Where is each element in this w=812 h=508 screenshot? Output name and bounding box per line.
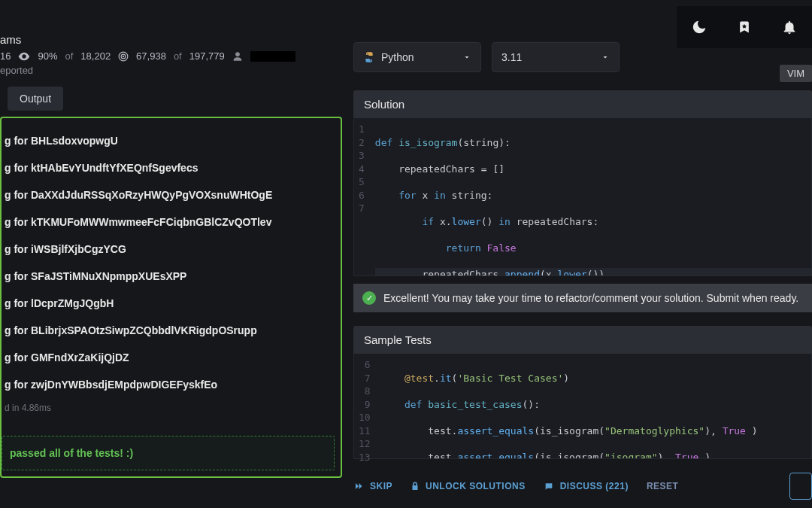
vim-badge[interactable]: VIM <box>780 65 812 82</box>
lock-icon <box>411 481 420 491</box>
star-count: 16 <box>0 50 11 62</box>
fast-forward-icon <box>353 482 364 491</box>
output-panel: g for BHLsdoxvopwgU g for ktHAbEvYUndftY… <box>0 117 342 478</box>
reported-label: eported <box>0 65 342 76</box>
python-icon <box>363 51 375 63</box>
chat-icon <box>544 482 554 491</box>
chevron-down-icon <box>462 53 471 62</box>
test-line: g for BHLsdoxvopwgU <box>2 127 335 154</box>
svg-point-2 <box>123 56 124 56</box>
solution-editor[interactable]: 1 2 3 4 5 6 7 def is_isogram(string): re… <box>353 118 812 276</box>
check-icon: ✓ <box>362 291 376 305</box>
status-banner: ✓ Excellent! You may take your time to r… <box>353 284 812 312</box>
target-icon <box>118 51 129 62</box>
tab-output[interactable]: Output <box>8 87 63 111</box>
panel-title-solution: Solution <box>353 90 812 118</box>
discuss-button[interactable]: DISCUSS (221) <box>544 481 629 491</box>
chevron-down-icon <box>601 53 610 62</box>
test-line: g for zwjDnYWBbsdjEMpdpwDIGEFyskfEo <box>2 371 335 398</box>
test-line: g for GMFndXrZaKijQjDZ <box>2 344 335 371</box>
kata-stats: 16 90% of 18,202 67,938 of 197,779 <box>0 50 342 62</box>
pass-message: passed all of the tests! :) <box>2 436 335 470</box>
test-line: g for kTKMUFoMWWmwmeeFcFCiqbnGBlCZvQOTle… <box>2 208 335 236</box>
test-line: g for SFaJSTiMNuXNpmppXUEsXPP <box>2 263 335 290</box>
test-line: g for DaXXdJduRSSqXoRzyHWQyPgVOXsnuWHtOg… <box>2 181 335 208</box>
kata-title: ams <box>0 33 342 46</box>
reset-button[interactable]: RESET <box>647 481 679 491</box>
test-line: g for iWSBjlfXjbCgzYCG <box>2 236 335 263</box>
sample-tests-code[interactable]: @test.it('Basic Test Cases') def basic_t… <box>377 354 811 458</box>
skip-button[interactable]: SKIP <box>353 481 392 491</box>
test-button[interactable] <box>789 473 812 500</box>
language-select[interactable]: Python <box>353 42 481 72</box>
sample-tests-editor[interactable]: 6 7 8 9 10 11 12 13 @test.it('Basic Test… <box>353 354 812 459</box>
eye-icon <box>18 52 30 61</box>
action-bar: SKIP UNLOCK SOLUTIONS DISCUSS (221) RESE… <box>353 470 812 503</box>
unlock-button[interactable]: UNLOCK SOLUTIONS <box>411 481 526 491</box>
username-redacted <box>250 51 295 62</box>
user-icon <box>232 51 243 62</box>
solution-code[interactable]: def is_isogram(string): repeatedChars = … <box>371 118 811 275</box>
panel-title-sample: Sample Tests <box>353 326 812 354</box>
test-line: g for lDcprZMgJQgbH <box>2 290 335 317</box>
version-select[interactable]: 3.11 <box>492 42 620 72</box>
test-line: g for BLibrjxSPAOtzSiwpZCQbbdlVKRigdpOSr… <box>2 317 335 344</box>
timing-text: d in 4.86ms <box>2 403 335 413</box>
test-line: g for ktHAbEvYUndftYfXEQnfSgevfecs <box>2 154 335 181</box>
